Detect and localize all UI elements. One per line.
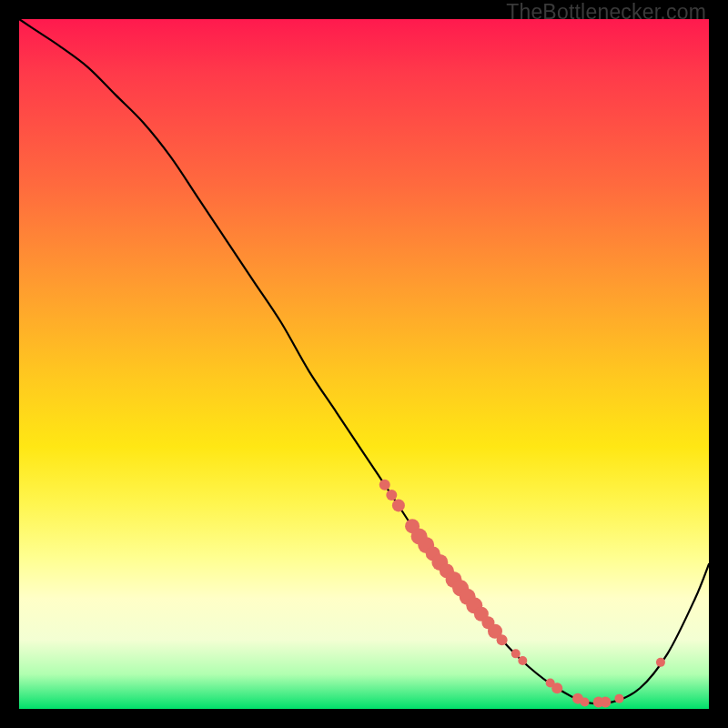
curve-marker xyxy=(379,480,390,490)
curve-marker xyxy=(551,682,562,693)
plot-area xyxy=(19,19,709,709)
chart-frame: TheBottlenecker.com xyxy=(0,0,728,728)
curve-marker xyxy=(392,499,405,511)
curve-marker xyxy=(518,656,527,665)
curve-line xyxy=(19,19,709,703)
curve-marker xyxy=(656,658,665,667)
curve-marker xyxy=(511,649,521,658)
curve-marker xyxy=(386,490,397,500)
curve-marker xyxy=(600,696,611,707)
curve-marker xyxy=(497,634,508,645)
curve-markers xyxy=(379,480,665,708)
curve-marker xyxy=(614,694,623,703)
curve-marker xyxy=(581,697,590,706)
bottleneck-curve xyxy=(19,19,709,709)
